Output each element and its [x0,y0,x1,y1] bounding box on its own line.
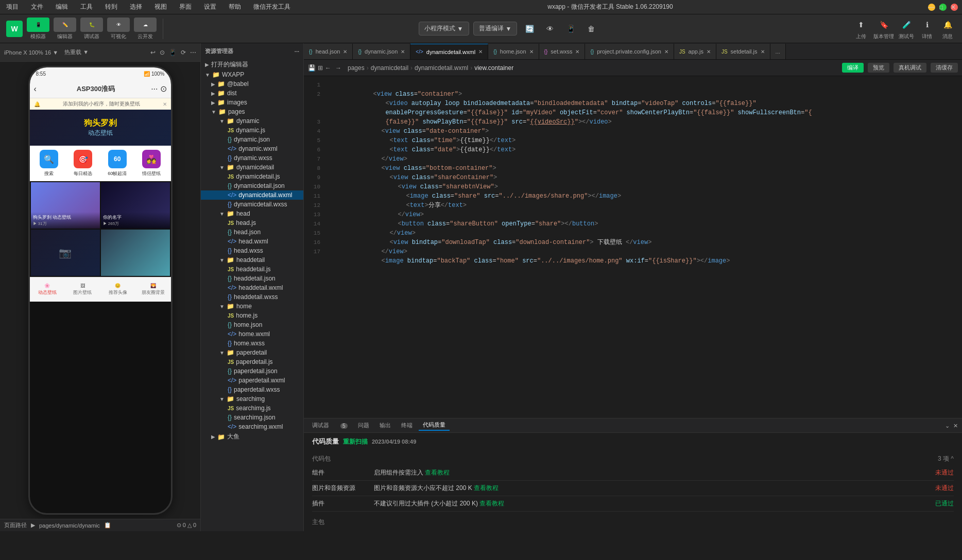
folder-pages[interactable]: ▼ 📁 pages [201,107,303,116]
file-searchimg-wxml[interactable]: </> searchimg.wxml [201,422,303,431]
version-button[interactable]: 🔖 [875,18,892,32]
root-folder[interactable]: ▼ 📁 WXAPP [201,70,303,79]
compile-dropdown[interactable]: 普通编译 ▼ [473,22,518,36]
clean-button[interactable]: 🗑 [583,22,599,36]
tab-setdetail-js[interactable]: JS setdetail.js ✕ [716,44,770,59]
phone-back-icon[interactable]: ‹ [34,84,37,94]
grid-icon-60fps[interactable]: 60 60帧超清 [102,150,133,177]
file-headdetail-js[interactable]: JS headdetail.js [201,265,303,274]
phone-menu-icon[interactable]: ··· [151,84,158,94]
menu-item-wechat-tools[interactable]: 微信开发工具 [251,2,293,12]
bc-file[interactable]: dynamicdetail.wxml [415,64,468,72]
file-paperdetail-json[interactable]: {} paperdetail.json [201,366,303,376]
file-head-js[interactable]: JS head.js [201,218,303,227]
maximize-button[interactable]: □ [939,4,947,11]
folder-home[interactable]: ▼ 📁 home [201,302,303,311]
file-home-json[interactable]: {} home.json [201,320,303,329]
tab-set-wxss-close[interactable]: ✕ [575,49,579,55]
file-head-json[interactable]: {} head.json [201,227,303,237]
page-path-copy[interactable]: 📋 [104,522,111,529]
qr-tutorial-2[interactable]: 查看教程 [479,500,504,507]
open-editor-item[interactable]: ▶ 打开的编辑器 [201,59,303,70]
toolbar-nav-back[interactable]: ← [325,64,331,72]
file-dynamic-wxss[interactable]: {} dynamic.wxss [201,153,303,163]
phone-home-icon[interactable]: ⊙ [160,84,167,94]
tab-app-js-close[interactable]: ✕ [707,49,711,55]
folder-dist[interactable]: ▶ 📁 dist [201,89,303,98]
grid-icon-search[interactable]: 🔍 搜索 [34,150,64,177]
toolbar-nav-forward[interactable]: → [335,64,341,72]
tab-head-json[interactable]: {} head.json ✕ [304,44,353,59]
file-dynamicdetail-json[interactable]: {} dynamicdetail.json [201,181,303,190]
tab-dd-wxml-close[interactable]: ✕ [478,49,483,55]
menu-item-edit[interactable]: 编辑 [54,2,70,12]
bottom-tab-debugger[interactable]: 调试器 [308,421,333,430]
hot-reload[interactable]: 热重载 ▼ [64,48,89,56]
tab-setdetail-close[interactable]: ✕ [761,49,765,55]
file-dynamic-json[interactable]: {} dynamic.json [201,135,303,144]
menu-item-project[interactable]: 项目 [4,2,21,12]
toolbar-save-icon[interactable]: 💾 [308,64,316,72]
nav-item-avatar[interactable]: 😊 推荐头像 [100,283,136,296]
file-searchimg-js[interactable]: JS searchimg.js [201,404,303,413]
sim-back[interactable]: ↩ [150,49,156,56]
wallpaper-item-0[interactable]: 狗头罗刹 动态壁纸 ▶ 31万 [31,182,100,229]
menu-item-file[interactable]: 文件 [29,2,45,12]
debugger-button[interactable]: 🐛 [80,18,103,32]
test-button[interactable]: 🧪 [898,18,915,32]
tab-app-js[interactable]: JS app.js ✕ [674,44,716,59]
notification-close[interactable]: ✕ [163,101,167,107]
file-paperdetail-js[interactable]: JS paperdetail.js [201,357,303,366]
menu-item-interface[interactable]: 界面 [177,2,194,12]
btn-compile[interactable]: 编译 [842,63,864,73]
refresh-button[interactable]: 🔄 [521,22,538,36]
file-dynamicdetail-wxss[interactable]: {} dynamicdetail.wxss [201,200,303,209]
file-tree-more[interactable]: ··· [295,48,299,55]
rescan-link[interactable]: 重新扫描 [343,437,368,446]
folder-searchimg[interactable]: ▼ 📁 searchimg [201,394,303,404]
bottom-tab-issues[interactable]: 问题 [354,421,373,430]
bottom-panel-close[interactable]: ⌄ ✕ [945,422,958,429]
tab-head-json-close[interactable]: ✕ [343,49,347,55]
file-home-js[interactable]: JS home.js [201,311,303,320]
close-button[interactable]: ✕ [951,4,958,11]
upload-button[interactable]: ⬆ [853,18,869,32]
minimize-button[interactable]: — [928,4,935,11]
sim-phone[interactable]: 📱 [169,49,177,56]
tab-project-close[interactable]: ✕ [664,49,668,55]
mode-dropdown[interactable]: 小程序模式 ▼ [419,22,469,36]
editor-button[interactable]: ✏️ [54,18,76,32]
btn-preview[interactable]: 预览 [868,63,889,73]
folder-dynamic[interactable]: ▼ 📁 dynamic [201,116,303,126]
wallpaper-item-2[interactable]: 📷 [31,230,100,276]
folder-images[interactable]: ▶ 📁 images [201,98,303,107]
nav-item-dynamic[interactable]: 🌸 动态壁纸 [30,283,65,296]
nav-item-wallpaper[interactable]: 🖼 图片壁纸 [65,283,100,296]
bc-pages[interactable]: pages [348,64,365,72]
code-editor[interactable]: 1 2 3 4 5 6 7 8 9 10 11 12 13 14 15 [304,76,962,418]
folder-babel[interactable]: ▶ 📁 @babel [201,79,303,89]
qr-tutorial-0[interactable]: 查看教程 [425,469,450,476]
tab-dynamic-json-close[interactable]: ✕ [401,49,405,55]
menu-item-settings[interactable]: 设置 [202,2,218,12]
folder-dynamicdetail[interactable]: ▼ 📁 dynamicdetail [201,163,303,172]
folder-dayu[interactable]: ▶ 📁 大鱼 [201,431,303,442]
qr-tutorial-1[interactable]: 查看教程 [474,484,499,492]
bc-element[interactable]: view.container [474,64,513,72]
sim-more[interactable]: ⋯ [190,49,196,56]
file-home-wxss[interactable]: {} home.wxss [201,339,303,348]
file-home-wxml[interactable]: </> home.wxml [201,329,303,339]
sim-home[interactable]: ⊙ [160,49,165,56]
toolbar-split-icon[interactable]: ⊞ [318,64,323,72]
file-dynamic-wxml[interactable]: </> dynamic.wxml [201,144,303,153]
visual-button[interactable]: 👁 [107,18,130,32]
sim-rotate[interactable]: ⟳ [181,49,186,56]
message-button[interactable]: 🔔 [939,18,956,32]
file-dynamicdetail-wxml[interactable]: </> dynamicdetail.wxml [201,190,303,200]
bottom-tab-terminal[interactable]: 终端 [397,421,417,430]
file-dynamicdetail-js[interactable]: JS dynamicdetail.js [201,172,303,181]
folder-head[interactable]: ▼ 📁 head [201,209,303,218]
bottom-tab-quality[interactable]: 代码质量 [419,420,450,431]
tab-dynamic-json[interactable]: {} dynamic.json ✕ [353,44,410,59]
menu-item-view[interactable]: 视图 [152,2,169,12]
